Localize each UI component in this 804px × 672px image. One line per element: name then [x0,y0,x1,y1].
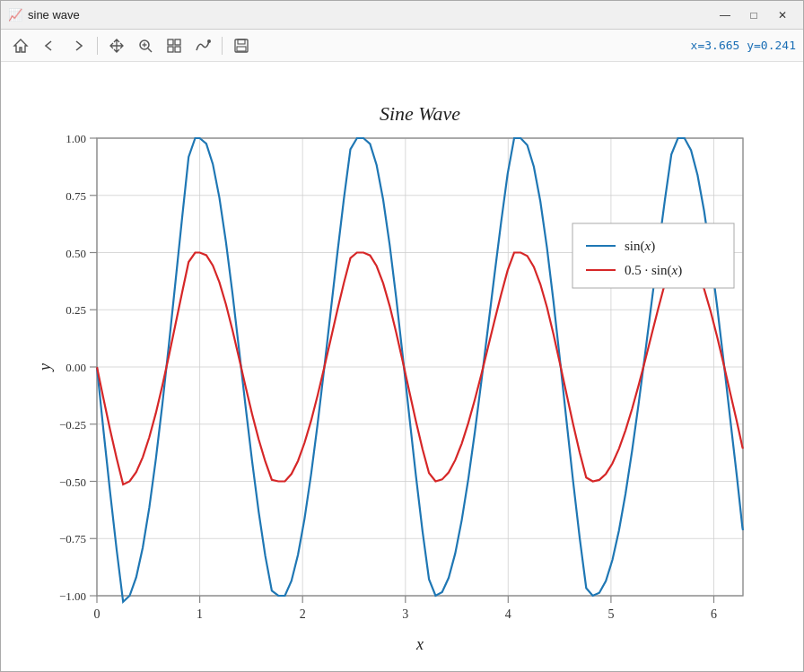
plot-svg[interactable]: 0 1 2 3 4 5 [34,84,770,659]
home-icon [13,38,29,54]
svg-rect-5 [168,39,173,45]
save-button[interactable] [229,33,254,58]
legend-halfsin-label: 0.5 · sin(x) [625,263,682,278]
plot-title: Sine Wave [380,102,460,125]
y-axis: 1.00 0.75 0.50 0.25 0.00 −0.25 [59,132,97,603]
x-axis: 0 1 2 3 4 5 [94,596,718,621]
svg-text:−0.25: −0.25 [59,417,86,431]
toolbar-buttons [8,33,254,58]
minimize-button[interactable]: — [712,5,738,25]
svg-text:0.75: 0.75 [66,188,86,202]
svg-text:1.00: 1.00 [66,132,86,145]
coordinates-display: x=3.665 y=0.241 [691,39,796,52]
svg-text:6: 6 [711,607,717,621]
svg-text:−0.75: −0.75 [59,532,86,545]
svg-point-9 [207,39,211,43]
svg-text:0.50: 0.50 [66,246,86,259]
forward-button[interactable] [66,33,91,58]
pan-button[interactable] [104,33,129,58]
svg-text:1: 1 [197,607,203,621]
title-bar-controls: — □ ✕ [712,5,796,25]
svg-text:0.00: 0.00 [66,361,86,374]
subplots-icon [166,38,182,54]
svg-text:2: 2 [300,607,306,621]
svg-text:4: 4 [505,607,511,621]
svg-text:0: 0 [94,607,100,621]
title-bar-left: 📈 sine wave [8,8,80,22]
close-button[interactable]: ✕ [769,5,796,25]
save-icon [233,38,249,54]
forward-icon [70,38,86,54]
back-button[interactable] [37,33,62,58]
svg-text:−1.00: −1.00 [59,589,86,603]
svg-text:0.25: 0.25 [66,303,86,317]
pan-icon [109,38,125,54]
legend-box [572,223,734,288]
home-button[interactable] [8,33,33,58]
toolbar: x=3.665 y=0.241 [1,30,803,62]
svg-text:3: 3 [402,607,408,621]
edit-curves-button[interactable] [190,33,215,58]
back-icon [41,38,57,54]
svg-rect-6 [175,39,180,45]
svg-text:5: 5 [607,607,614,621]
edit-curves-icon [195,38,211,54]
zoom-button[interactable] [133,33,158,58]
zoom-icon [137,38,153,54]
svg-rect-8 [175,47,180,52]
app-icon: 📈 [8,8,22,22]
y-axis-label: y [36,363,54,372]
separator-1 [97,37,98,55]
legend-sin-label: sin(x) [625,239,655,254]
title-bar: 📈 sine wave — □ ✕ [1,1,803,30]
svg-line-2 [148,48,152,52]
main-window: 📈 sine wave — □ ✕ [0,0,804,672]
svg-rect-7 [168,47,173,52]
svg-marker-0 [14,39,27,52]
subplots-button[interactable] [162,33,187,58]
svg-text:−0.50: −0.50 [59,475,86,488]
window-title: sine wave [28,8,80,22]
x-axis-label: x [415,635,424,653]
plot-container: 0 1 2 3 4 5 [34,84,770,659]
svg-rect-11 [238,39,245,44]
svg-rect-12 [237,47,246,51]
maximize-button[interactable]: □ [740,5,767,25]
separator-2 [222,37,223,55]
plot-area: 0 1 2 3 4 5 [1,62,803,671]
